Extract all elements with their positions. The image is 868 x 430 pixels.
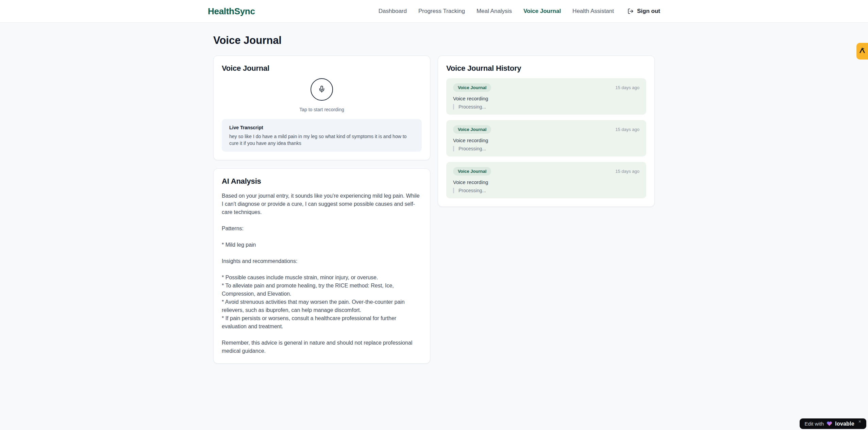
anima-side-tab[interactable] <box>856 43 868 60</box>
left-column: Voice Journal Tap to start recording <box>213 55 430 364</box>
record-button[interactable] <box>311 78 333 101</box>
app-header: HealthSync Dashboard Progress Tracking M… <box>0 0 868 23</box>
history-card: Voice Journal History Voice Journal 15 d… <box>438 55 655 207</box>
history-item-time: 15 days ago <box>615 85 639 90</box>
history-card-title: Voice Journal History <box>446 64 646 73</box>
live-transcript-box: Live Transcript hey so like I do have a … <box>222 119 422 152</box>
badge-close-icon[interactable]: × <box>858 419 861 424</box>
page-title: Voice Journal <box>213 34 655 47</box>
edit-with-label: Edit with <box>805 421 824 427</box>
history-item[interactable]: Voice Journal 15 days ago Voice recordin… <box>446 120 646 156</box>
history-item[interactable]: Voice Journal 15 days ago Voice recordin… <box>446 78 646 115</box>
nav-voice-journal[interactable]: Voice Journal <box>523 8 561 15</box>
lovable-heart-icon <box>827 421 832 427</box>
nav-progress-tracking[interactable]: Progress Tracking <box>418 8 465 15</box>
live-transcript-text: hey so like I do have a mild pain in my … <box>229 133 414 147</box>
header-shell: HealthSync Dashboard Progress Tracking M… <box>208 6 660 17</box>
history-item-badge: Voice Journal <box>453 83 491 92</box>
recorder-card: Voice Journal Tap to start recording <box>213 55 430 160</box>
history-item-status: Processing... <box>453 146 639 151</box>
edit-with-lovable-badge[interactable]: Edit with lovable × <box>800 418 866 429</box>
sign-out-label: Sign out <box>637 8 660 15</box>
history-item-badge: Voice Journal <box>453 167 491 176</box>
main-content: Voice Journal Voice Journal <box>213 23 655 364</box>
history-item-status: Processing... <box>453 104 639 110</box>
history-item-time: 15 days ago <box>615 127 639 132</box>
logout-icon <box>628 8 634 14</box>
content-grid: Voice Journal Tap to start recording <box>213 55 655 364</box>
brand-logo[interactable]: HealthSync <box>208 6 255 17</box>
microphone-icon <box>318 85 326 94</box>
history-item-badge: Voice Journal <box>453 125 491 134</box>
lovable-wordmark: lovable <box>835 421 854 427</box>
record-hint: Tap to start recording <box>299 106 344 113</box>
ai-analysis-card: AI Analysis Based on your journal entry,… <box>213 168 430 364</box>
history-item-header: Voice Journal 15 days ago <box>453 167 639 176</box>
history-item-header: Voice Journal 15 days ago <box>453 83 639 92</box>
anima-logo-icon <box>859 47 866 55</box>
history-item[interactable]: Voice Journal 15 days ago Voice recordin… <box>446 162 646 198</box>
history-item-label: Voice recording <box>453 137 639 143</box>
ai-analysis-body: Based on your journal entry, it sounds l… <box>222 192 422 355</box>
right-column: Voice Journal History Voice Journal 15 d… <box>438 55 655 207</box>
live-transcript-title: Live Transcript <box>229 124 414 131</box>
history-item-label: Voice recording <box>453 179 639 185</box>
history-item-status: Processing... <box>453 188 639 193</box>
main-nav: Dashboard Progress Tracking Meal Analysi… <box>379 8 660 15</box>
nav-meal-analysis[interactable]: Meal Analysis <box>477 8 512 15</box>
ai-analysis-title: AI Analysis <box>222 177 422 186</box>
history-item-time: 15 days ago <box>615 169 639 174</box>
history-list: Voice Journal 15 days ago Voice recordin… <box>446 78 646 198</box>
mic-zone: Tap to start recording <box>222 78 422 113</box>
history-item-header: Voice Journal 15 days ago <box>453 125 639 134</box>
nav-dashboard[interactable]: Dashboard <box>379 8 407 15</box>
history-item-label: Voice recording <box>453 96 639 101</box>
sign-out-button[interactable]: Sign out <box>628 8 660 15</box>
nav-health-assistant[interactable]: Health Assistant <box>572 8 614 15</box>
recorder-card-title: Voice Journal <box>222 64 422 73</box>
